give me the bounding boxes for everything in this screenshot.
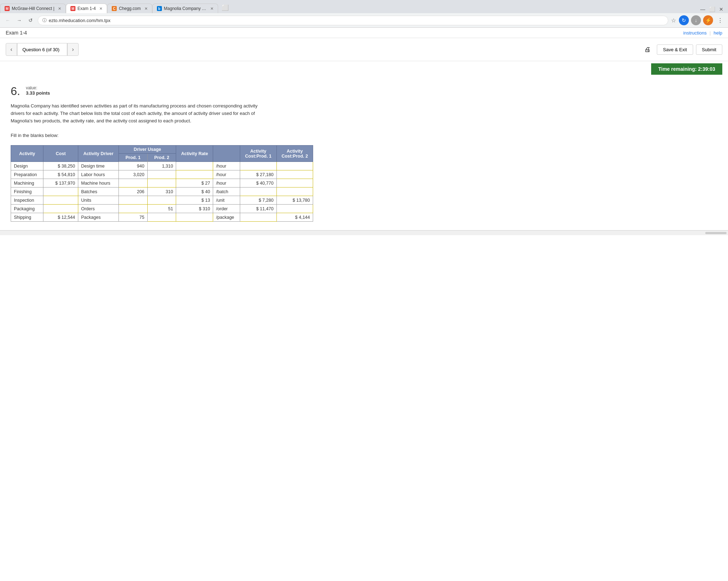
- input-ac1-3[interactable]: [250, 189, 274, 194]
- cell-rate-0[interactable]: [176, 162, 213, 170]
- new-tab-button[interactable]: ⬜: [218, 2, 232, 13]
- refresh-button[interactable]: ↺: [26, 16, 35, 25]
- help-link[interactable]: help: [713, 30, 722, 36]
- input-prod1-2[interactable]: [125, 180, 144, 186]
- cell-prod1-3: 206: [119, 187, 148, 196]
- link-separator: |: [709, 30, 711, 36]
- cell-cost-0: $ 38,250: [43, 162, 78, 170]
- cell-ac2-3[interactable]: [276, 187, 313, 196]
- input-cost-3[interactable]: [50, 189, 75, 194]
- input-ac2-0[interactable]: [287, 163, 310, 169]
- prev-question-button[interactable]: ‹: [6, 43, 17, 56]
- print-button[interactable]: 🖨: [641, 43, 654, 56]
- tab-close-mcgraw[interactable]: ✕: [58, 6, 61, 11]
- cell-prod1-5[interactable]: [119, 205, 148, 213]
- next-question-button[interactable]: ›: [67, 43, 79, 56]
- cell-unit-2: /hour: [213, 179, 240, 187]
- scrollbar-thumb[interactable]: [705, 232, 727, 234]
- input-rate-6[interactable]: [190, 215, 210, 220]
- tab-close-exam[interactable]: ✕: [99, 6, 102, 11]
- input-ac2-2[interactable]: [287, 180, 310, 186]
- cell-unit-3: /batch: [213, 187, 240, 196]
- cell-prod2-4[interactable]: [147, 196, 176, 205]
- cell-unit-1: /hour: [213, 170, 240, 179]
- cell-prod1-6: 75: [119, 213, 148, 222]
- forward-button[interactable]: →: [15, 16, 23, 25]
- table-row: FinishingBatches206310$ 40/batch: [11, 187, 313, 196]
- cell-ac2-5[interactable]: [276, 205, 313, 213]
- question-area: 6. value: 3.33 points Magnolia Company h…: [0, 77, 728, 230]
- input-cost-4[interactable]: [50, 197, 75, 203]
- tab-favicon-magnolia: b: [157, 6, 162, 11]
- tab-exam[interactable]: M Exam 1-4 ✕: [66, 4, 107, 13]
- input-ac2-3[interactable]: [287, 189, 310, 194]
- browser-actions: ↻ ↓ ⚡: [679, 15, 713, 25]
- cell-rate-1[interactable]: [176, 170, 213, 179]
- tab-close-chegg[interactable]: ✕: [144, 6, 148, 11]
- cell-cost-4[interactable]: [43, 196, 78, 205]
- tab-chegg[interactable]: C Chegg.com ✕: [107, 4, 152, 13]
- cell-rate-6[interactable]: [176, 213, 213, 222]
- maximize-button[interactable]: ⬜: [708, 5, 716, 13]
- cell-ac2-0[interactable]: [276, 162, 313, 170]
- cell-driver-0: Design time: [78, 162, 118, 170]
- tab-magnolia[interactable]: b Magnolia Company ha ✕: [152, 4, 218, 13]
- tab-close-magnolia[interactable]: ✕: [210, 6, 213, 11]
- input-ac2-1[interactable]: [287, 172, 310, 177]
- table-row: Machining$ 137,970Machine hours$ 27/hour…: [11, 179, 313, 187]
- cell-cost-6: $ 12,544: [43, 213, 78, 222]
- save-exit-button[interactable]: Save & Exit: [657, 44, 693, 55]
- extension-orange-button[interactable]: ⚡: [703, 15, 713, 25]
- input-prod2-4[interactable]: [153, 197, 173, 203]
- th-prod2: Prod. 2: [147, 154, 176, 162]
- input-prod2-1[interactable]: [153, 172, 173, 177]
- instructions-link[interactable]: instructions: [683, 30, 707, 36]
- cell-ac2-2[interactable]: [276, 179, 313, 187]
- input-ac2-5[interactable]: [287, 206, 310, 211]
- cell-ac1-6[interactable]: [240, 213, 276, 222]
- question-select[interactable]: Question 6 (of 30): [17, 43, 67, 56]
- menu-button[interactable]: ⋮: [716, 16, 724, 25]
- minimize-button[interactable]: —: [699, 5, 707, 13]
- th-unit: [213, 146, 240, 162]
- fill-blank-text: Fill in the blanks below:: [11, 133, 717, 138]
- input-prod1-4[interactable]: [125, 197, 144, 203]
- cell-prod1-4[interactable]: [119, 196, 148, 205]
- input-ac1-6[interactable]: [250, 215, 274, 220]
- back-button[interactable]: ←: [4, 16, 12, 25]
- table-row: Design$ 38,250Design time9401,310/hour: [11, 162, 313, 170]
- cell-activity-5: Packaging: [11, 205, 43, 213]
- browser-chrome: M McGraw-Hill Connect | ✕ M Exam 1-4 ✕ C…: [0, 0, 728, 28]
- tab-mcgraw-connect[interactable]: M McGraw-Hill Connect | ✕: [0, 4, 66, 13]
- table-row: PackagingOrders51$ 310/order$ 11,470: [11, 205, 313, 213]
- cell-prod2-2[interactable]: [147, 179, 176, 187]
- timer-display: Time remaining: 2:39:03: [651, 63, 722, 75]
- th-prod1: Prod. 1: [119, 154, 148, 162]
- cell-ac1-1: $ 27,180: [240, 170, 276, 179]
- th-driver-usage: Driver Usage: [119, 146, 176, 154]
- input-rate-0[interactable]: [190, 163, 210, 169]
- cell-prod2-5: 51: [147, 205, 176, 213]
- th-activity: Activity: [11, 146, 43, 162]
- bookmark-button[interactable]: ☆: [671, 17, 676, 24]
- cell-ac1-0[interactable]: [240, 162, 276, 170]
- input-prod2-6[interactable]: [153, 215, 173, 220]
- input-prod1-5[interactable]: [125, 206, 144, 211]
- cell-prod2-6[interactable]: [147, 213, 176, 222]
- cell-ac2-1[interactable]: [276, 170, 313, 179]
- input-rate-1[interactable]: [190, 172, 210, 177]
- extension-arrow-button[interactable]: ↓: [691, 15, 701, 25]
- extension-green-button[interactable]: ↻: [679, 15, 689, 25]
- cell-cost-3[interactable]: [43, 187, 78, 196]
- cell-prod2-1[interactable]: [147, 170, 176, 179]
- close-window-button[interactable]: ✕: [717, 5, 725, 13]
- input-cost-5[interactable]: [50, 206, 75, 211]
- address-bar[interactable]: ⓘ ezto.mheducation.com/hm.tpx: [38, 16, 668, 25]
- input-ac1-0[interactable]: [250, 163, 274, 169]
- cell-cost-5[interactable]: [43, 205, 78, 213]
- cell-ac1-5: $ 11,470: [240, 205, 276, 213]
- submit-button[interactable]: Submit: [696, 44, 722, 55]
- input-prod2-2[interactable]: [153, 180, 173, 186]
- cell-ac1-3[interactable]: [240, 187, 276, 196]
- cell-prod1-2[interactable]: [119, 179, 148, 187]
